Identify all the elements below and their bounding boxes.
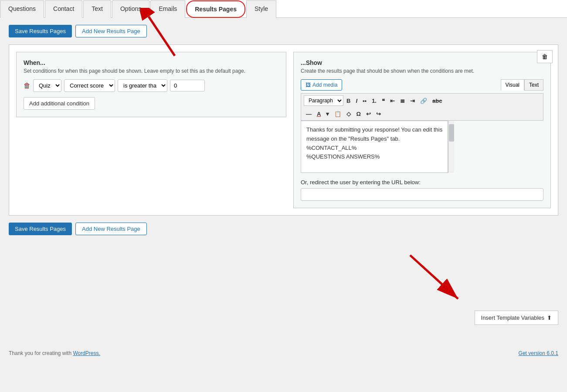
editor-content[interactable]: Thanks for submitting your response! You… — [301, 121, 448, 173]
add-media-icon: 🖼 — [306, 82, 311, 88]
version-link[interactable]: Get version 6.0.1 — [519, 350, 558, 356]
show-column: ...Show Create the results page that sho… — [293, 52, 551, 208]
add-new-results-button-bottom[interactable]: Add New Results Page — [75, 223, 147, 235]
editor-line4: %QUESTIONS ANSWERS% — [306, 152, 442, 162]
align-center-button[interactable]: ≣ — [398, 96, 407, 105]
strikethrough-button[interactable]: abc — [430, 96, 444, 105]
condition-value-input[interactable] — [170, 80, 205, 91]
align-right-button[interactable]: ⇥ — [408, 96, 417, 105]
clear-format-button[interactable]: ◇ — [344, 109, 353, 118]
show-title: ...Show — [301, 59, 543, 66]
text-color-arrow[interactable]: ▾ — [324, 109, 331, 118]
add-media-button[interactable]: 🖼 Add media — [301, 79, 342, 91]
svg-line-3 — [410, 255, 458, 299]
tab-text[interactable]: Text — [83, 0, 111, 18]
tab-emails[interactable]: Emails — [150, 0, 185, 18]
page-wrapper: Questions Contact Text Options Emails Re… — [0, 0, 567, 392]
insert-icon: ⬆ — [547, 314, 552, 321]
when-title: When... — [24, 59, 279, 66]
bold-button[interactable]: B — [344, 96, 353, 105]
template-vars-container: Insert Template Variables ⬆ — [475, 311, 558, 325]
condition-field-select[interactable]: Correct score — [64, 79, 115, 92]
footer-left: Thank you for creating with WordPress. — [9, 350, 100, 356]
template-vars-button[interactable]: Insert Template Variables ⬆ — [475, 311, 558, 325]
tab-questions[interactable]: Questions — [0, 0, 44, 18]
when-column: When... Set conditions for when this pag… — [16, 52, 286, 208]
bottom-action-row: Save Results Pages Add New Results Page — [9, 223, 558, 235]
condition-row: 🗑 Quiz Correct score is greater tha — [24, 79, 279, 92]
condition-box: When... Set conditions for when this pag… — [16, 52, 286, 117]
condition-source-select[interactable]: Quiz — [33, 79, 61, 92]
wordpress-link[interactable]: WordPress. — [73, 350, 100, 356]
top-action-row: Save Results Pages Add New Results Page — [9, 25, 558, 37]
red-arrow-down — [401, 247, 471, 312]
editor-toolbar-row2: — A ▾ 📋 ◇ Ω ↩ ↪ — [301, 108, 543, 121]
footer: Thank you for creating with WordPress. G… — [0, 347, 567, 360]
redo-button[interactable]: ↪ — [374, 109, 383, 118]
save-results-button-top[interactable]: Save Results Pages — [9, 25, 72, 37]
omega-button[interactable]: Ω — [354, 109, 363, 118]
view-tabs: Visual Text — [501, 79, 543, 91]
link-button[interactable]: 🔗 — [418, 96, 429, 105]
tab-bar: Questions Contact Text Options Emails Re… — [0, 0, 567, 18]
scrollbar-thumb — [449, 124, 454, 142]
main-content: Save Results Pages Add New Results Page … — [0, 18, 567, 336]
trash-icon: 🗑 — [542, 53, 548, 60]
editor-line2: message on the "Results Pages" tab. — [306, 135, 442, 144]
redirect-section: Or, redirect the user by entering the UR… — [301, 179, 543, 201]
when-desc: Set conditions for when this page should… — [24, 68, 279, 74]
editor-scrollbar[interactable] — [448, 121, 454, 173]
show-desc: Create the results page that should be s… — [301, 68, 543, 74]
editor-scrollbar-wrap: Thanks for submitting your response! You… — [301, 121, 543, 173]
tab-contact[interactable]: Contact — [45, 0, 82, 18]
editor-toolbar-top: 🖼 Add media Visual Text — [301, 79, 543, 91]
tab-style[interactable]: Style — [246, 0, 276, 18]
paragraph-select[interactable]: Paragraph — [304, 95, 343, 106]
hr-button[interactable]: — — [304, 109, 314, 118]
redirect-label: Or, redirect the user by entering the UR… — [301, 179, 543, 186]
show-box: ...Show Create the results page that sho… — [293, 52, 551, 208]
text-color-button[interactable]: A — [315, 109, 323, 118]
save-results-button-bottom[interactable]: Save Results Pages — [9, 223, 72, 235]
add-condition-button[interactable]: Add additional condition — [24, 97, 95, 110]
bottom-arrow-area: Insert Template Variables ⬆ — [9, 242, 558, 329]
condition-delete-icon[interactable]: 🗑 — [24, 82, 31, 90]
paste-button[interactable]: 📋 — [332, 109, 343, 118]
add-new-results-button-top[interactable]: Add New Results Page — [75, 25, 147, 37]
visual-tab[interactable]: Visual — [501, 79, 524, 91]
tab-results-pages[interactable]: Results Pages — [186, 0, 245, 18]
footer-right: Get version 6.0.1 — [519, 350, 558, 356]
redirect-input[interactable] — [301, 188, 543, 201]
undo-button[interactable]: ↩ — [364, 109, 373, 118]
results-card: 🗑 When... Set conditions for when this — [9, 44, 558, 216]
editor-toolbar-row1: Paragraph B I •• 1. ❝ ⇤ ≣ ⇥ 🔗 abc — [301, 93, 543, 108]
condition-operator-select[interactable]: is greater tha — [118, 79, 167, 92]
ol-button[interactable]: 1. — [370, 96, 379, 105]
ul-button[interactable]: •• — [360, 96, 369, 105]
tab-options[interactable]: Options — [112, 0, 149, 18]
card-columns: When... Set conditions for when this pag… — [16, 52, 551, 208]
text-tab[interactable]: Text — [524, 79, 543, 91]
delete-card-button[interactable]: 🗑 — [537, 50, 553, 63]
editor-line1: Thanks for submitting your response! You… — [306, 125, 442, 135]
blockquote-button[interactable]: ❝ — [380, 96, 387, 105]
template-vars-label: Insert Template Variables — [481, 314, 544, 321]
footer-text: Thank you for creating with — [9, 350, 73, 356]
align-left-button[interactable]: ⇤ — [388, 96, 397, 105]
editor-line3: %CONTACT_ALL% — [306, 144, 442, 153]
italic-button[interactable]: I — [353, 96, 360, 105]
